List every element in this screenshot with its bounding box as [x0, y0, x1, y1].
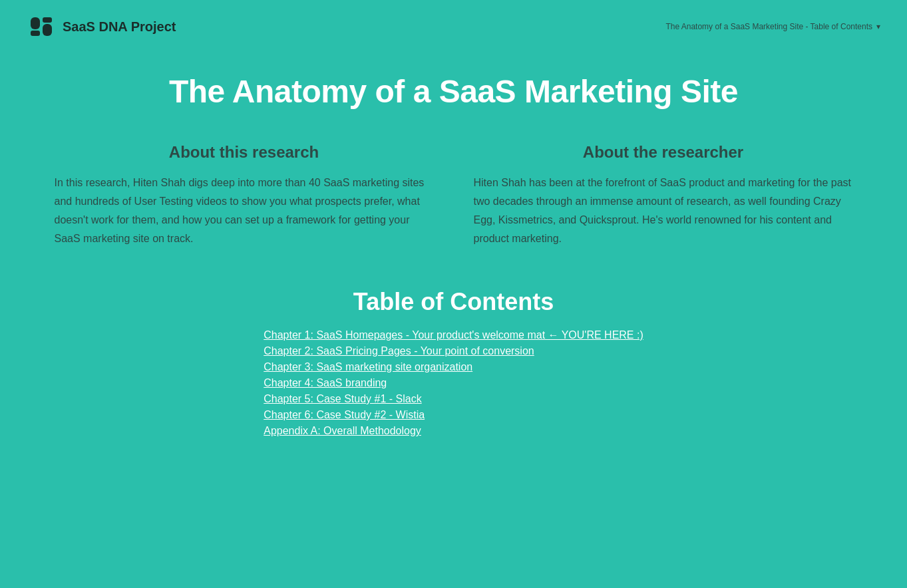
toc-list-item: Chapter 6: Case Study #2 - Wistia — [264, 409, 643, 421]
toc-list-item: Chapter 4: SaaS branding — [264, 377, 643, 389]
chevron-down-icon: ▾ — [876, 22, 880, 31]
page-title: The Anatomy of a SaaS Marketing Site — [40, 73, 867, 110]
toc-link[interactable]: Chapter 2: SaaS Pricing Pages - Your poi… — [264, 345, 534, 357]
toc-heading: Table of Contents — [154, 288, 753, 316]
main-content: The Anatomy of a SaaS Marketing Site Abo… — [0, 53, 907, 481]
svg-rect-2 — [43, 24, 52, 36]
toc-link[interactable]: Chapter 3: SaaS marketing site organizat… — [264, 361, 472, 372]
toc-list-item: Chapter 5: Case Study #1 - Slack — [264, 393, 643, 405]
toc-link[interactable]: Chapter 4: SaaS branding — [264, 377, 387, 388]
site-header: SaaS DNA Project The Anatomy of a SaaS M… — [0, 0, 907, 53]
svg-rect-3 — [43, 17, 52, 23]
toc-link[interactable]: Chapter 1: SaaS Homepages - Your product… — [264, 329, 643, 341]
toc-list-item: Chapter 2: SaaS Pricing Pages - Your poi… — [264, 345, 643, 357]
logo-text: SaaS DNA Project — [63, 19, 176, 35]
toc-link[interactable]: Chapter 5: Case Study #1 - Slack — [264, 393, 421, 404]
nav-dropdown-label: The Anatomy of a SaaS Marketing Site - T… — [665, 22, 872, 31]
toc-list-item: Appendix A: Overall Methodology — [264, 425, 643, 437]
logo-area: SaaS DNA Project — [27, 12, 176, 41]
toc-link[interactable]: Chapter 6: Case Study #2 - Wistia — [264, 409, 425, 420]
about-researcher-section: About the researcher Hiten Shah has been… — [474, 143, 853, 248]
toc-list-item: Chapter 3: SaaS marketing site organizat… — [264, 361, 643, 373]
toc-list-item: Chapter 1: SaaS Homepages - Your product… — [264, 329, 643, 341]
svg-rect-1 — [31, 31, 40, 36]
about-researcher-heading: About the researcher — [474, 143, 853, 162]
about-research-heading: About this research — [55, 143, 434, 162]
about-research-body: In this research, Hiten Shah digs deep i… — [55, 174, 434, 248]
nav-dropdown[interactable]: The Anatomy of a SaaS Marketing Site - T… — [665, 22, 880, 31]
svg-rect-0 — [31, 17, 40, 29]
toc-list: Chapter 1: SaaS Homepages - Your product… — [264, 329, 643, 441]
about-researcher-body: Hiten Shah has been at the forefront of … — [474, 174, 853, 248]
two-column-section: About this research In this research, Hi… — [55, 143, 853, 248]
toc-link[interactable]: Appendix A: Overall Methodology — [264, 425, 421, 436]
logo-icon — [27, 12, 56, 41]
about-research-section: About this research In this research, Hi… — [55, 143, 434, 248]
toc-section: Table of Contents Chapter 1: SaaS Homepa… — [154, 288, 753, 441]
